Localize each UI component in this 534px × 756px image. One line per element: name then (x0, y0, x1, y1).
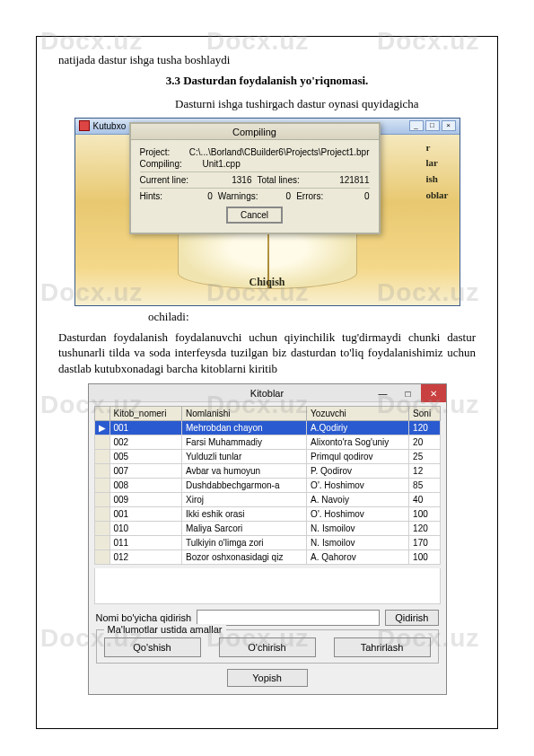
cell: 170 (409, 536, 440, 550)
table-row[interactable]: 008Dushdabbechgarmon-aO'. Hoshimov85 (94, 479, 440, 493)
cell: 120 (409, 522, 440, 536)
current-line-value: 1316 (232, 175, 251, 185)
app-icon (79, 120, 90, 131)
cell: Avbar va humoyun (181, 464, 306, 479)
close-button[interactable]: ✕ (421, 384, 446, 402)
body-paragraph-2: Dasturdan foydalanish foydalanuvchi uchu… (58, 330, 476, 377)
hints-label: Hints: (140, 191, 163, 201)
cell: 100 (409, 550, 440, 565)
add-button[interactable]: Qo'shish (104, 637, 201, 657)
table-row[interactable]: 007Avbar va humoyunP. Qodirov12 (94, 464, 440, 479)
cell: N. Ismoilov (307, 522, 409, 536)
cell: P. Qodirov (307, 464, 409, 479)
cell: Bozor oshxonasidagi qiz (181, 550, 306, 565)
cell: Alixonto'ra Sog'uniy (307, 435, 409, 450)
section-heading: 3.3 Dasturdan foydalanish yo'riqnomasi. (58, 74, 476, 88)
cell: Farsi Muhammadiy (181, 435, 306, 450)
cell: 010 (109, 522, 181, 536)
cell: N. Ismoilov (307, 536, 409, 550)
compiling-label: Compiling: (140, 159, 203, 169)
compiling-dialog: Compiling Project: C:\...\Borland\CBuild… (129, 122, 381, 234)
search-label: Nomi bo'yicha qidirish (96, 612, 192, 623)
compiling-value: Unit1.cpp (203, 159, 241, 169)
window-title: Kitoblar (250, 388, 284, 399)
table-row[interactable]: ▶001Mehrobdan chayonA.Qodiriy120 (94, 421, 440, 435)
row-marker-header (94, 407, 109, 421)
col-name[interactable]: Nomlanishi (181, 407, 306, 421)
cell: 002 (109, 435, 181, 450)
close-form-button[interactable]: Yopish (227, 669, 308, 687)
maximize-button[interactable]: □ (425, 120, 440, 131)
cell: 012 (109, 550, 181, 565)
maximize-button[interactable]: □ (396, 384, 421, 402)
minimize-button[interactable]: _ (409, 120, 424, 131)
cell: A. Navoiy (307, 493, 409, 507)
project-label: Project: (140, 147, 189, 157)
table-row[interactable]: 012Bozor oshxonasidagi qizA. Qahorov100 (94, 550, 440, 565)
table-row[interactable]: 009XirojA. Navoiy40 (94, 493, 440, 507)
col-author[interactable]: Yozuvchi (307, 407, 409, 421)
cell: 007 (109, 464, 181, 479)
cell: 85 (409, 479, 440, 493)
window-titlebar: Kitoblar — □ ✕ (89, 384, 446, 402)
cell: 100 (409, 507, 440, 522)
search-button[interactable]: Qidirish (385, 610, 438, 626)
screenshot-compiling: Kutubxo _ □ × r lar ish oblar Chiqish Co… (74, 118, 460, 306)
cell: 25 (409, 450, 440, 464)
table-row[interactable]: 005Yulduzli tunlarPrimqul qodirov25 (94, 450, 440, 464)
errors-label: Errors: (296, 191, 323, 201)
screenshot-kitoblar: Kitoblar — □ ✕ Kitob_nomeri Nomlanishi Y… (88, 383, 447, 695)
cell: O'. Hoshimov (307, 479, 409, 493)
body-line-2: Dasturni ishga tushirgach dastur oynasi … (175, 97, 476, 112)
cell: Xiroj (181, 493, 306, 507)
body-ochiladi: ochiladi: (148, 310, 476, 324)
cell: Tulkiyin o'limga zori (181, 536, 306, 550)
table-empty-area (94, 568, 441, 604)
cell: 40 (409, 493, 440, 507)
cancel-button[interactable]: Cancel (226, 207, 283, 224)
actions-group: Ma'lumotlar ustida amallar Qo'shish O'ch… (96, 629, 439, 664)
minimize-button[interactable]: — (371, 384, 396, 402)
cell: Primqul qodirov (307, 450, 409, 464)
cell: A. Qahorov (307, 550, 409, 565)
cell: 12 (409, 464, 440, 479)
table-row[interactable]: 010Maliya SarcoriN. Ismoilov120 (94, 522, 440, 536)
cell: Maliya Sarcori (181, 522, 306, 536)
cell: Ikki eshik orasi (181, 507, 306, 522)
cell: 011 (109, 536, 181, 550)
cell: 008 (109, 479, 181, 493)
cell: 120 (409, 421, 440, 435)
warnings-label: Warnings: (218, 191, 258, 201)
cell: 005 (109, 450, 181, 464)
table-row[interactable]: 002Farsi MuhammadiyAlixonto'ra Sog'uniy2… (94, 435, 440, 450)
cell: Mehrobdan chayon (181, 421, 306, 435)
table-row[interactable]: 001Ikki eshik orasiO'. Hoshimov100 (94, 507, 440, 522)
col-count[interactable]: Soni (409, 407, 440, 421)
current-line-label: Current line: (140, 175, 188, 185)
cell: 20 (409, 435, 440, 450)
body-line-1: natijada dastur ishga tusha boshlaydi (58, 53, 476, 68)
cell: 001 (109, 507, 181, 522)
books-table: Kitob_nomeri Nomlanishi Yozuvchi Soni ▶0… (94, 406, 441, 565)
exit-link[interactable]: Chiqish (249, 276, 285, 289)
cell: O'. Hoshimov (307, 507, 409, 522)
hints-value: 0 (207, 191, 213, 201)
window-title: Kutubxo (93, 121, 127, 131)
delete-button[interactable]: O'chirish (219, 637, 316, 657)
errors-value: 0 (364, 191, 370, 201)
cell: A.Qodiriy (307, 421, 409, 435)
warnings-value: 0 (286, 191, 292, 201)
total-lines-label: Total lines: (258, 175, 300, 185)
cell: Dushdabbechgarmon-a (181, 479, 306, 493)
edit-button[interactable]: Tahrirlash (334, 637, 431, 657)
dialog-title: Compiling (131, 124, 379, 140)
group-legend: Ma'lumotlar ustida amallar (104, 624, 226, 635)
project-value: C:\...\Borland\CBuilder6\Projects\Projec… (189, 147, 370, 157)
cell: 001 (109, 421, 181, 435)
total-lines-value: 121811 (339, 175, 369, 185)
close-button[interactable]: × (442, 120, 456, 131)
page-frame: natijada dastur ishga tusha boshlaydi 3.… (36, 36, 498, 729)
cell: Yulduzli tunlar (181, 450, 306, 464)
col-number[interactable]: Kitob_nomeri (109, 407, 181, 421)
table-row[interactable]: 011Tulkiyin o'limga zoriN. Ismoilov170 (94, 536, 440, 550)
